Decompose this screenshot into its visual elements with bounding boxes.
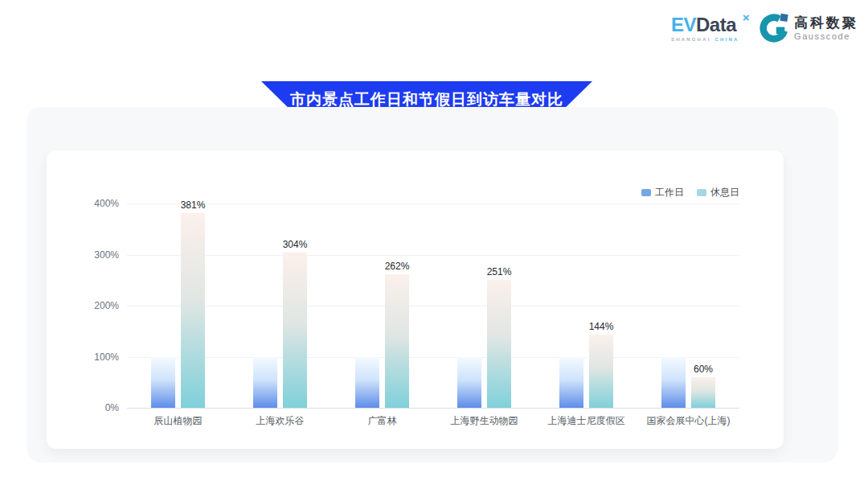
gausscode-en-name: Gausscode [794, 31, 858, 41]
x-axis-category-label: 国家会展中心(上海) [628, 414, 749, 427]
chart-legend: 工作日休息日 [641, 186, 739, 199]
chart-card: 0%100%200%300%400%381%辰山植物园304%上海欢乐谷262%… [47, 150, 784, 449]
report-page: EVData × SHANGHAI CHINA 高科数聚 Gausscode 市… [0, 0, 868, 489]
evdata-subtext-shanghai: SHANGHAI [671, 37, 711, 42]
y-axis-tick-label: 400% [76, 197, 119, 210]
legend-swatch [697, 189, 706, 196]
bar-value-label: 304% [271, 238, 319, 251]
y-axis-tick-label: 200% [76, 299, 119, 312]
bar-chart: 0%100%200%300%400%381%辰山植物园304%上海欢乐谷262%… [47, 150, 784, 449]
legend-item-workday[interactable]: 工作日 [641, 186, 684, 199]
legend-label: 工作日 [655, 186, 684, 199]
evdata-subtext: SHANGHAI CHINA [671, 37, 739, 42]
evdata-ev-text: EV [671, 14, 696, 35]
gausscode-g-icon [759, 13, 789, 43]
bar-workday[interactable] [355, 357, 379, 409]
legend-swatch [641, 189, 651, 196]
evdata-x-icon: × [743, 11, 749, 23]
gridline [127, 306, 739, 306]
y-axis-tick-label: 300% [76, 249, 119, 261]
bar-workday[interactable] [253, 357, 277, 409]
evdata-wordmark: EVData × [671, 15, 747, 35]
bar-restday[interactable] [691, 377, 715, 408]
evdata-data-text: Data [696, 14, 736, 35]
gridline [127, 357, 739, 358]
gridline [127, 255, 739, 256]
gausscode-logo: 高科数聚 Gausscode [759, 13, 858, 43]
bar-value-label: 262% [373, 260, 421, 273]
brand-logos: EVData × SHANGHAI CHINA 高科数聚 Gausscode [671, 13, 858, 43]
gridline [127, 203, 739, 204]
bar-restday[interactable] [181, 213, 205, 408]
legend-label: 休息日 [710, 186, 739, 199]
y-axis-tick-label: 0% [76, 401, 119, 414]
bar-value-label: 251% [475, 265, 523, 278]
evdata-subtext-china: CHINA [715, 37, 739, 42]
y-axis-tick-label: 100% [76, 351, 119, 364]
evdata-logo: EVData × SHANGHAI CHINA [671, 15, 747, 42]
bar-restday[interactable] [589, 335, 613, 408]
bar-value-label: 381% [169, 199, 217, 212]
gausscode-text: 高科数聚 Gausscode [794, 15, 858, 41]
bar-restday[interactable] [487, 280, 511, 408]
bar-restday[interactable] [385, 274, 409, 408]
bar-restday[interactable] [283, 253, 307, 408]
x-axis-line [127, 408, 739, 409]
bar-workday[interactable] [151, 357, 175, 409]
bar-value-label: 60% [679, 363, 727, 376]
bar-workday[interactable] [559, 357, 583, 409]
bar-value-label: 144% [577, 320, 625, 333]
legend-item-restday[interactable]: 休息日 [697, 186, 739, 199]
chart-panel: 0%100%200%300%400%381%辰山植物园304%上海欢乐谷262%… [27, 107, 838, 462]
gausscode-cn-name: 高科数聚 [794, 15, 858, 31]
bar-workday[interactable] [457, 357, 481, 409]
